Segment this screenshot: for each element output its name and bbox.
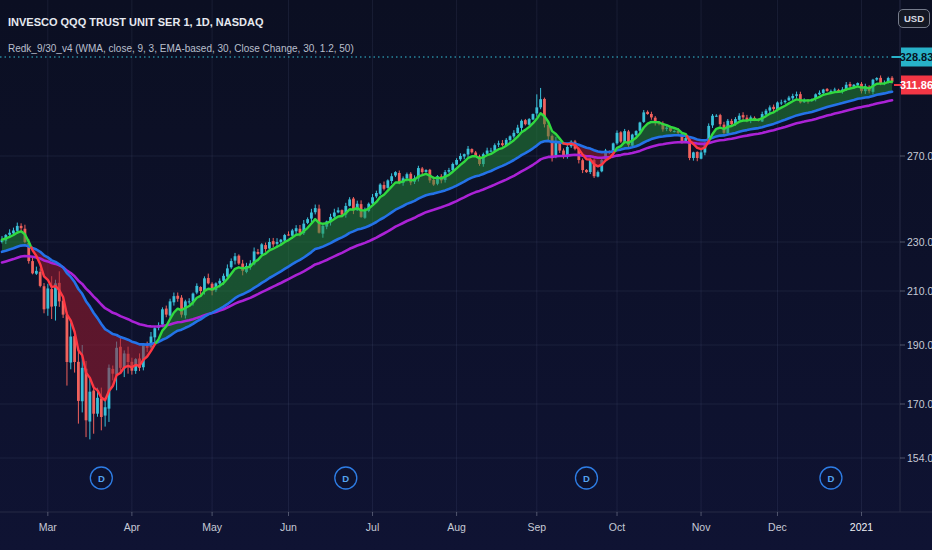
candle-body bbox=[535, 107, 538, 113]
candle-body bbox=[386, 180, 389, 188]
price-axis-label: 170.00 bbox=[907, 398, 932, 410]
candle-body bbox=[161, 309, 164, 324]
tradingview-chart-window: 270.00230.00210.00190.00170.00154.00 Mar… bbox=[0, 0, 932, 550]
candle-body bbox=[524, 120, 527, 124]
price-axis-label: 154.00 bbox=[907, 452, 932, 464]
candle-body bbox=[619, 132, 622, 141]
candle-body bbox=[199, 287, 202, 291]
candle-body bbox=[268, 242, 271, 249]
candle-body bbox=[66, 315, 69, 362]
candle-body bbox=[463, 154, 466, 156]
candle-body bbox=[532, 114, 535, 119]
candle-body bbox=[623, 131, 626, 142]
symbol-title[interactable]: INVESCO QQQ TRUST UNIT SER 1, 1D, NASDAQ bbox=[8, 16, 264, 28]
time-axis-label: Aug bbox=[447, 521, 466, 533]
candle-body bbox=[272, 241, 275, 244]
candle-body bbox=[226, 268, 229, 276]
currency-button-label: USD bbox=[904, 13, 924, 24]
time-axis-label: 2021 bbox=[850, 521, 874, 533]
candle-body bbox=[875, 78, 878, 80]
candle-body bbox=[539, 99, 542, 107]
candle-body bbox=[96, 398, 99, 414]
chart-background bbox=[0, 0, 932, 550]
candle-body bbox=[639, 123, 642, 131]
candle-body bbox=[279, 240, 282, 242]
time-axis-label: Sep bbox=[527, 521, 546, 533]
currency-button[interactable]: USD bbox=[899, 10, 930, 28]
candle-body bbox=[467, 149, 470, 155]
candle-body bbox=[425, 170, 428, 172]
candle-body bbox=[490, 151, 493, 152]
candle-body bbox=[795, 94, 798, 95]
dividend-marker[interactable]: D bbox=[575, 467, 597, 489]
candle-body bbox=[310, 213, 313, 219]
candle-body bbox=[650, 114, 653, 117]
candle-body bbox=[100, 398, 103, 417]
candle-body bbox=[207, 278, 210, 283]
candle-body bbox=[222, 276, 225, 281]
candle-body bbox=[833, 90, 836, 91]
time-axis-label: Apr bbox=[124, 521, 141, 533]
candle-body bbox=[39, 272, 42, 286]
candle-body bbox=[218, 281, 221, 284]
candle-body bbox=[85, 369, 88, 421]
price-axis-label: 210.00 bbox=[907, 285, 932, 297]
candle-body bbox=[501, 143, 504, 145]
last-value-badge-label: 311.86 bbox=[900, 79, 932, 91]
candle-body bbox=[379, 185, 382, 194]
indicator-legend[interactable]: Redk_9/30_v4 (WMA, close, 9, 3, EMA-base… bbox=[8, 43, 354, 54]
candle-body bbox=[314, 208, 317, 212]
price-axis-label: 190.00 bbox=[907, 339, 932, 351]
current-price-badge-label: 328.83 bbox=[900, 51, 932, 63]
candle-body bbox=[818, 93, 821, 95]
candle-body bbox=[169, 301, 172, 315]
candle-body bbox=[455, 160, 458, 165]
dividend-marker-label: D bbox=[828, 473, 835, 484]
candle-body bbox=[597, 172, 600, 176]
candle-body bbox=[635, 131, 638, 135]
candle-body bbox=[12, 230, 15, 233]
time-axis-label: Nov bbox=[692, 521, 711, 533]
candle-body bbox=[165, 309, 168, 315]
candle-body bbox=[520, 121, 523, 128]
candle-body bbox=[448, 170, 451, 172]
candle-body bbox=[295, 228, 298, 231]
candle-body bbox=[375, 193, 378, 196]
candle-body bbox=[516, 128, 519, 133]
candle-body bbox=[509, 136, 512, 140]
candle-body bbox=[826, 89, 829, 91]
candle-body bbox=[69, 337, 72, 363]
price-axis-label: 270.00 bbox=[907, 150, 932, 162]
candle-body bbox=[176, 296, 179, 299]
dividend-marker[interactable]: D bbox=[90, 467, 112, 489]
candle-body bbox=[31, 261, 34, 273]
dividend-marker[interactable]: D bbox=[335, 467, 357, 489]
candle-body bbox=[616, 133, 619, 143]
candle-body bbox=[711, 116, 714, 126]
candle-body bbox=[276, 242, 279, 244]
candle-body bbox=[780, 102, 783, 103]
candle-body bbox=[173, 296, 176, 302]
candle-body bbox=[719, 115, 722, 124]
candle-body bbox=[257, 252, 260, 254]
candle-body bbox=[646, 112, 649, 114]
price-axis-label: 230.00 bbox=[907, 236, 932, 248]
candle-body bbox=[715, 116, 718, 117]
candle-body bbox=[383, 185, 386, 189]
candle-body bbox=[77, 362, 80, 401]
candle-body bbox=[306, 219, 309, 223]
candle-body bbox=[390, 176, 393, 181]
candle-body bbox=[81, 368, 84, 401]
time-axis-label: Jun bbox=[280, 521, 297, 533]
candle-body bbox=[768, 107, 771, 110]
candle-body bbox=[287, 234, 290, 235]
candle-body bbox=[497, 143, 500, 144]
dividend-marker[interactable]: D bbox=[820, 467, 842, 489]
candle-body bbox=[92, 391, 95, 414]
candle-body bbox=[337, 210, 340, 212]
candle-body bbox=[16, 226, 19, 231]
candle-body bbox=[486, 151, 489, 154]
time-axis-label: Oct bbox=[609, 521, 625, 533]
candle-body bbox=[371, 197, 374, 203]
candle-body bbox=[20, 226, 23, 228]
